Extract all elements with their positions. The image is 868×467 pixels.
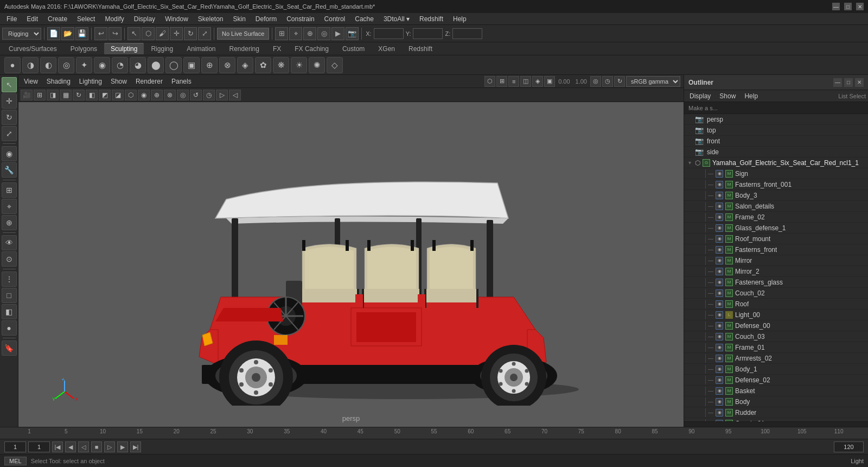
vp-icon-3[interactable]: ≡ xyxy=(508,76,519,87)
cam-btn15[interactable]: ◷ xyxy=(203,90,215,100)
gamma-select[interactable]: sRGB gamma xyxy=(626,76,680,87)
frame-next[interactable]: ▶ xyxy=(117,441,128,452)
outliner-item-body[interactable]: — ◉ M Body xyxy=(684,396,868,407)
vp-icon-5[interactable]: ◈ xyxy=(532,76,543,87)
outliner-help-menu[interactable]: Help xyxy=(741,91,761,101)
cam-btn17[interactable]: ◁ xyxy=(229,90,241,100)
cam-btn16[interactable]: ▷ xyxy=(216,90,228,100)
grid-btn[interactable]: ⋮ xyxy=(2,272,17,287)
outliner-item-basket[interactable]: — ◉ M Basket xyxy=(684,386,868,396)
cam-btn13[interactable]: ◎ xyxy=(177,90,189,100)
outliner-item-couch_03[interactable]: — ◉ M Couch_03 xyxy=(684,331,868,342)
close-button[interactable]: ✕ xyxy=(856,3,864,10)
vp-icon-7[interactable]: ◎ xyxy=(590,76,601,87)
menu-help[interactable]: Help xyxy=(449,14,471,24)
tab-rendering[interactable]: Rendering xyxy=(223,43,266,54)
outliner-display-menu[interactable]: Display xyxy=(686,91,714,101)
menu-modify[interactable]: Modify xyxy=(100,14,128,24)
sculpt-tool-0[interactable]: ● xyxy=(4,57,21,73)
undo-btn[interactable]: ↩ xyxy=(94,27,107,40)
outliner-item-body_1[interactable]: — ◉ M Body_1 xyxy=(684,364,868,375)
minimize-button[interactable]: — xyxy=(832,3,840,10)
menu-skeleton[interactable]: Skeleton xyxy=(194,14,228,24)
menu-redshift[interactable]: Redshift xyxy=(415,14,448,24)
redo-btn[interactable]: ↪ xyxy=(108,27,122,40)
menu-edit[interactable]: Edit xyxy=(22,14,42,24)
scale-tool-btn[interactable]: ⤢ xyxy=(2,126,17,141)
lighting-menu[interactable]: Lighting xyxy=(77,78,104,85)
vp-icon-6[interactable]: ▣ xyxy=(544,76,555,87)
vp-icon-9[interactable]: ↻ xyxy=(614,76,625,87)
menu-window[interactable]: Window xyxy=(161,14,193,24)
main-viewport[interactable]: persp X Y Z xyxy=(18,102,684,427)
snap-view-btn[interactable]: ◎ xyxy=(317,27,330,40)
outliner-item-frame_02[interactable]: — ◉ M Frame_02 xyxy=(684,212,868,223)
outliner-item-sign[interactable]: — ◉ M Sign xyxy=(684,168,868,179)
stop[interactable]: ■ xyxy=(91,441,102,452)
cam-btn11[interactable]: ⊕ xyxy=(151,90,163,100)
open-btn[interactable]: 📂 xyxy=(61,27,74,40)
tab-polygons[interactable]: Polygons xyxy=(64,43,104,54)
outliner-item-armrests_02[interactable]: — ◉ M Armrests_02 xyxy=(684,353,868,364)
cam-btn10[interactable]: ◉ xyxy=(138,90,150,100)
new-scene-btn[interactable]: 📄 xyxy=(47,27,60,40)
rotate-btn[interactable]: ↻ xyxy=(184,27,197,40)
show-menu[interactable]: Show xyxy=(108,78,129,85)
y-field[interactable] xyxy=(413,28,443,39)
isolate-btn[interactable]: ⊙ xyxy=(2,251,17,267)
sculpt-tool-16[interactable]: ☀ xyxy=(291,57,307,73)
cam-btn2[interactable]: ⊞ xyxy=(34,90,46,100)
outliner-item-frame_01[interactable]: — ◉ M Frame_01 xyxy=(684,342,868,353)
outliner-camera-persp[interactable]: 📷 persp xyxy=(684,114,868,125)
cam-btn7[interactable]: ◩ xyxy=(99,90,111,100)
tab-sculpting[interactable]: Sculpting xyxy=(104,43,144,54)
select-tool-btn[interactable]: ↖ xyxy=(2,77,17,92)
outliner-camera-top[interactable]: 📷 top xyxy=(684,125,868,136)
cam-btn3[interactable]: ◨ xyxy=(47,90,59,100)
script-mode[interactable]: MEL xyxy=(4,457,27,465)
outliner-item-fasteners_glass[interactable]: — ◉ M Fasteners_glass xyxy=(684,277,868,288)
cam-btn8[interactable]: ◪ xyxy=(112,90,124,100)
frame-skip-end[interactable]: ▶| xyxy=(130,441,141,452)
vp-icon-1[interactable]: ⬡ xyxy=(484,76,495,87)
move-btn[interactable]: ✛ xyxy=(170,27,183,40)
rotate-tool-btn[interactable]: ↻ xyxy=(2,110,17,125)
panels-menu[interactable]: Panels xyxy=(169,78,194,85)
bookmark-btn[interactable]: 🔖 xyxy=(2,340,17,356)
outliner-show-menu[interactable]: Show xyxy=(716,91,739,101)
outliner-item-roof_mount[interactable]: — ◉ M Roof_mount xyxy=(684,234,868,244)
outliner-item-body_3[interactable]: — ◉ M Body_3 xyxy=(684,190,868,201)
outliner-minimize[interactable]: — xyxy=(833,78,842,87)
outliner-camera-front[interactable]: 📷 front xyxy=(684,136,868,147)
menu-constrain[interactable]: Constrain xyxy=(282,14,318,24)
x-field[interactable] xyxy=(374,28,404,39)
outliner-item-glass_defense_1[interactable]: — ◉ M Glass_defense_1 xyxy=(684,223,868,234)
display-btn[interactable]: 👁 xyxy=(2,235,17,250)
vp-icon-2[interactable]: ⊞ xyxy=(496,76,507,87)
current-frame-input[interactable] xyxy=(4,441,26,452)
cam-btn14[interactable]: ↺ xyxy=(190,90,202,100)
sculpt-tool-7[interactable]: ◕ xyxy=(130,57,146,73)
z-field[interactable] xyxy=(452,28,482,39)
last-tool-btn[interactable]: 🔧 xyxy=(2,162,17,178)
menu-cache[interactable]: Cache xyxy=(350,14,378,24)
frame-skip-start[interactable]: |◀ xyxy=(52,441,63,452)
maximize-button[interactable]: □ xyxy=(844,3,852,10)
paint-btn[interactable]: 🖌 xyxy=(156,27,169,40)
outliner-filter-btn[interactable]: Make a s... xyxy=(686,105,720,111)
sculpt-tool-1[interactable]: ◑ xyxy=(22,57,39,73)
sculpt-tool-11[interactable]: ⊕ xyxy=(201,57,218,73)
tab-curves-surfaces[interactable]: Curves/Surfaces xyxy=(2,43,63,54)
shaded-btn[interactable]: ◧ xyxy=(2,304,17,319)
sculpt-tool-5[interactable]: ◉ xyxy=(94,57,110,73)
smooth-btn[interactable]: ● xyxy=(2,320,17,336)
frame-prev[interactable]: ◀ xyxy=(65,441,76,452)
outliner-item-mirror[interactable]: — ◉ M Mirror xyxy=(684,255,868,266)
outliner-close[interactable]: ✕ xyxy=(855,78,864,87)
tab-animation[interactable]: Animation xyxy=(180,43,222,54)
rigging-dropdown[interactable]: Rigging xyxy=(2,28,41,40)
ipr-btn[interactable]: 📷 xyxy=(346,27,359,40)
sculpt-tool-18[interactable]: ◇ xyxy=(327,57,343,73)
sculpt-tool-17[interactable]: ✺ xyxy=(309,57,325,73)
outliner-item-roof[interactable]: — ◉ M Roof xyxy=(684,299,868,310)
